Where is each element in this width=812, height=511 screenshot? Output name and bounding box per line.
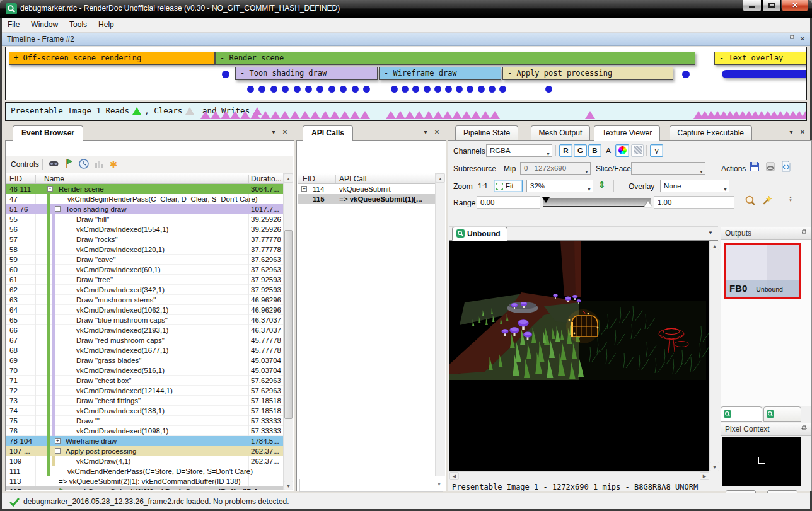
event-dot[interactable]: [682, 71, 690, 78]
tab-api-calls[interactable]: API Calls: [303, 125, 353, 141]
event-row-59[interactable]: 59Draw "cave"37.62963: [6, 255, 283, 265]
panel-menu-icon[interactable]: ▾: [787, 128, 796, 137]
bookmark-icon[interactable]: ✱: [107, 158, 120, 171]
draw-event-dot[interactable]: [282, 86, 289, 93]
close-button[interactable]: ✕: [782, 0, 808, 12]
menu-window[interactable]: Window: [25, 18, 64, 32]
viewport-vscrollbar[interactable]: ▲▼: [709, 241, 719, 471]
tab-capture-executable[interactable]: Capture Executable: [670, 125, 752, 140]
api-calls-scrollbar[interactable]: ▲: [435, 173, 445, 476]
zoom-level-input[interactable]: 32%▼: [526, 180, 593, 192]
timeline-marker[interactable]: - Render scene: [215, 52, 695, 65]
save-texture-icon[interactable]: [749, 161, 762, 173]
draw-event-dot[interactable]: [294, 86, 301, 93]
event-row-64[interactable]: 64vkCmdDrawIndexed(1062,1)46.96296: [6, 305, 283, 315]
pin-icon[interactable]: [787, 35, 796, 43]
tab-event-browser[interactable]: Event Browser: [13, 125, 83, 141]
event-row-65[interactable]: 65Draw "blue mushroom caps"46.37037: [6, 315, 283, 325]
checker-background-button[interactable]: [631, 144, 644, 157]
expander-icon[interactable]: -: [55, 448, 61, 454]
range-white-handle[interactable]: [644, 201, 652, 207]
tab-inputs[interactable]: Inputs: [763, 406, 801, 422]
blue-channel-button[interactable]: B: [588, 144, 601, 157]
draw-event-dot[interactable]: [478, 86, 485, 93]
flip-y-icon[interactable]: ⇕: [598, 180, 606, 190]
tab-outputs[interactable]: Outputs: [721, 406, 762, 422]
autofit-range-icon[interactable]: [761, 195, 774, 207]
zoom-range-icon[interactable]: [745, 195, 757, 207]
close-icon[interactable]: ✕: [798, 128, 807, 137]
timeline-canvas[interactable]: + Off-screen scene rendering- Render sce…: [5, 47, 807, 100]
channels-select[interactable]: RGBA▼: [486, 144, 552, 157]
goto-event-icon[interactable]: [63, 158, 76, 171]
event-row-67[interactable]: 67Draw "red mushroom caps"45.77778: [6, 335, 283, 345]
texture-list-dropdown-icon[interactable]: ▼: [708, 230, 713, 236]
event-row-111[interactable]: 111vkCmdEndRenderPass(C=Store, D=Store, …: [6, 466, 283, 476]
texture-display[interactable]: [450, 241, 709, 471]
draw-event-dot[interactable]: [247, 86, 254, 93]
expander-icon[interactable]: -: [47, 186, 53, 192]
timeline-marker[interactable]: - Text overlay: [714, 52, 807, 65]
event-row-58[interactable]: 58vkCmdDrawIndexed(120,1)37.77778: [6, 244, 283, 255]
fb0-thumbnail[interactable]: FB0Unbound: [724, 243, 801, 299]
draw-event-dot[interactable]: [340, 86, 347, 93]
event-row-71[interactable]: 71Draw "chest box"57.62963: [6, 376, 283, 386]
colorwheel-button[interactable]: [615, 144, 629, 157]
menu-help[interactable]: Help: [93, 18, 120, 32]
api-call-row-115[interactable]: 115=> vkQueueSubmit(1)[...: [298, 194, 435, 204]
close-icon[interactable]: ✕: [281, 128, 289, 137]
range-options-expander[interactable]: ▲▼: [789, 196, 792, 202]
event-row-76[interactable]: 76vkCmdDrawIndexed(1098,1)57.33333: [6, 426, 283, 436]
timeline-marker[interactable]: - Toon shading draw: [235, 67, 378, 80]
draw-event-dot[interactable]: [316, 86, 323, 93]
green-channel-button[interactable]: G: [574, 144, 587, 157]
event-row-107[interactable]: 107-...-Apply post processing262.37...: [6, 446, 283, 456]
menu-tools[interactable]: Tools: [64, 18, 93, 32]
draw-event-dot[interactable]: [445, 86, 452, 93]
event-row-75[interactable]: 75Draw ""57.33333: [6, 416, 283, 426]
event-row-72[interactable]: 72vkCmdDrawIndexed(12144,1)57.62963: [6, 386, 283, 396]
event-row-78104[interactable]: 78-104+Wireframe draw1784.5...: [6, 436, 283, 446]
draw-event-dot[interactable]: [305, 86, 312, 93]
open-texture-list-icon[interactable]: [780, 161, 793, 173]
event-browser-tree[interactable]: 46-111-Render scene3064.7...47vkCmdBegin…: [6, 184, 283, 490]
event-row-56[interactable]: 56vkCmdDrawIndexed(1554,1)39.25926: [6, 224, 283, 234]
draw-event-dot[interactable]: [352, 86, 359, 93]
draw-event-dot[interactable]: [456, 86, 463, 93]
draw-event-dot[interactable]: [412, 86, 419, 93]
draw-event-dot[interactable]: [391, 86, 398, 93]
draw-event-dot[interactable]: [489, 86, 496, 93]
draw-event-dot[interactable]: [434, 86, 441, 93]
event-row-61[interactable]: 61Draw "tree"37.92593: [6, 275, 283, 285]
api-calls-column-header[interactable]: EID API Call: [298, 173, 445, 184]
range-slider[interactable]: [543, 198, 651, 207]
minimize-button[interactable]: [743, 0, 762, 12]
event-row-70[interactable]: 70vkCmdDrawIndexed(516,1)45.03704: [6, 365, 283, 376]
event-row-62[interactable]: 62vkCmdDrawIndexed(342,1)37.92593: [6, 285, 283, 295]
draw-event-dot[interactable]: [363, 86, 370, 93]
draw-event-dot[interactable]: [424, 86, 431, 93]
zoom-fit-button[interactable]: Fit: [494, 180, 523, 192]
event-row-46111[interactable]: 46-111-Render scene3064.7...: [6, 184, 283, 194]
api-calls-list[interactable]: +114vkQueueSubmit115=> vkQueueSubmit(1)[…: [298, 184, 435, 209]
viewport-hscrollbar[interactable]: ◀▶: [450, 471, 709, 480]
maximize-button[interactable]: [762, 0, 781, 12]
event-browser-scrollbar[interactable]: ▲ ▼: [283, 173, 293, 490]
tab-unbound-texture[interactable]: Unbound: [452, 227, 508, 241]
event-row-68[interactable]: 68vkCmdDrawIndexed(1677,1)45.77778: [6, 345, 283, 355]
event-row-69[interactable]: 69Draw "grass blades"45.03704: [6, 355, 283, 365]
alpha-channel-button[interactable]: A: [603, 144, 614, 157]
pin-icon[interactable]: [799, 425, 808, 434]
tab-mesh-output[interactable]: Mesh Output: [531, 125, 591, 140]
draw-event-dot[interactable]: [467, 86, 473, 93]
callstack-list[interactable]: ▼: [299, 479, 443, 492]
draw-event-dot[interactable]: [270, 86, 277, 93]
pin-icon[interactable]: [799, 229, 808, 238]
event-row-57[interactable]: 57Draw "rocks"37.77778: [6, 234, 283, 244]
event-row-60[interactable]: 60vkCmdDrawIndexed(60,1)37.62963: [6, 265, 283, 275]
slice-face-select[interactable]: ▼: [631, 162, 705, 175]
expander-icon[interactable]: -: [55, 206, 61, 212]
find-event-icon[interactable]: [48, 158, 61, 171]
event-row-55[interactable]: 55Draw "hill"39.25926: [6, 214, 283, 224]
expander-icon[interactable]: +: [301, 186, 307, 192]
